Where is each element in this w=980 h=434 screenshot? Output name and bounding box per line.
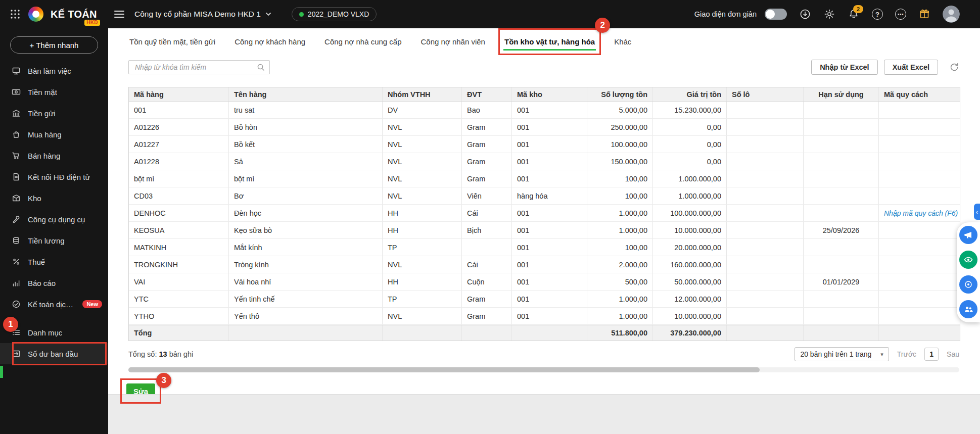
table-row[interactable]: bột mìbột mìNVLGram001100,001.000.000,00 <box>129 170 960 187</box>
column-header[interactable]: Tên hàng <box>229 87 383 101</box>
table-row[interactable]: A01228SảNVLGram001150.000,000,00 <box>129 153 960 170</box>
current-page[interactable]: 1 <box>924 348 939 361</box>
brand-badge: HKD <box>84 20 100 26</box>
cell <box>727 102 804 118</box>
cell: Bồ kết <box>229 136 383 153</box>
quick-add-button[interactable]: + Thêm nhanh <box>10 36 98 54</box>
table-row[interactable]: 001tru satDVBao0015.000,0015.230.000,00 <box>129 102 960 119</box>
toolbar: Nhập từ Excel Xuất Excel <box>128 60 959 75</box>
table-row[interactable]: DENHOCĐèn họcHHCái0011.000,00100.000.000… <box>129 205 960 222</box>
simple-ui-toggle[interactable] <box>765 9 787 20</box>
column-header[interactable]: ĐVT <box>462 87 512 101</box>
tab-cash-balance[interactable]: Tồn quỹ tiền mặt, tiền gửi <box>128 33 216 51</box>
table-footer: Tổng số: 13 bản ghi 20 bản ghi trên 1 tr… <box>128 347 959 361</box>
sidebar-item-purchasing[interactable]: Mua hàng <box>0 124 108 145</box>
support-panel-tab[interactable]: ‹ <box>974 204 980 220</box>
cell: A01227 <box>129 136 229 153</box>
cell: Gram <box>462 308 512 324</box>
cell <box>879 153 960 170</box>
column-header[interactable]: Số lượng tồn <box>587 87 653 101</box>
sidebar-item-categories[interactable]: Danh mục <box>0 322 108 343</box>
export-excel-button[interactable]: Xuất Excel <box>884 60 938 75</box>
sidebar-item-reports[interactable]: Báo cáo <box>0 272 108 294</box>
more-options-icon[interactable]: ⋯ <box>895 9 906 20</box>
hamburger-menu-icon[interactable] <box>113 8 125 20</box>
horizontal-scrollbar[interactable] <box>128 367 959 372</box>
column-header[interactable]: Mã quy cách <box>879 87 960 101</box>
scrollbar-thumb[interactable] <box>128 367 760 372</box>
target-button[interactable] <box>959 275 977 294</box>
sidebar-item-dashboard[interactable]: Bàn làm việc <box>0 60 108 81</box>
cell: Yến tinh chế <box>229 291 383 307</box>
enter-spec-code-link[interactable]: Nhập mã quy cách (F6) <box>884 209 958 217</box>
sidebar-item-cash[interactable]: Tiền mặt <box>0 81 108 103</box>
tab-customer-debt[interactable]: Công nợ khách hàng <box>234 33 306 51</box>
search-input[interactable] <box>134 63 257 72</box>
company-selector[interactable]: Công ty cổ phần MISA Demo HKD 1 <box>134 10 271 19</box>
cell: 001 <box>512 205 587 221</box>
gift-icon[interactable] <box>918 8 930 20</box>
download-icon[interactable] <box>799 8 811 20</box>
column-header[interactable]: Nhóm VTHH <box>383 87 462 101</box>
notification-count-badge: 2 <box>853 5 863 13</box>
refresh-icon[interactable] <box>949 62 959 72</box>
cell <box>727 187 804 204</box>
purchase-icon <box>11 129 21 139</box>
table-row[interactable]: MATKINHMắt kínhTP001100,0020.000.000,00 <box>129 239 960 256</box>
cell: A01228 <box>129 153 229 170</box>
sidebar-item-payroll[interactable]: Tiền lương <box>0 230 108 251</box>
cell: Đèn học <box>229 205 383 221</box>
table-row[interactable]: KEOSUAKẹo sữa bòHHBịch0011.000,0010.000.… <box>129 222 960 239</box>
table-row[interactable]: A01227Bồ kếtNVLGram001100.000,000,00 <box>129 136 960 153</box>
column-header[interactable]: Hạn sử dụng <box>804 87 879 101</box>
topbar-brand-area: KẾ TOÁNHKD <box>0 7 108 22</box>
import-excel-button[interactable]: Nhập từ Excel <box>811 60 878 75</box>
cell: hàng hóa <box>512 187 587 204</box>
cell: HH <box>383 222 462 238</box>
watch-button[interactable] <box>959 251 977 269</box>
help-icon[interactable]: ? <box>872 9 883 20</box>
table-row[interactable]: A01226Bồ hònNVLGram001250.000,000,00 <box>129 119 960 136</box>
column-header[interactable]: Mã kho <box>512 87 587 101</box>
sidebar-item-label: Mua hàng <box>28 130 62 139</box>
sidebar-item-warehouse[interactable]: Kho <box>0 187 108 209</box>
tab-supplier-debt[interactable]: Công nợ nhà cung cấp <box>323 33 402 51</box>
sidebar-item-opening-balance[interactable]: Số dư ban đầu <box>0 343 108 364</box>
sidebar-item-accounting-services[interactable]: Kế toán dịch vụNew <box>0 294 108 315</box>
cell: 1.000.000,00 <box>653 170 727 187</box>
column-header[interactable]: Giá trị tồn <box>653 87 727 101</box>
settings-gear-icon[interactable] <box>823 8 835 20</box>
next-page-button[interactable]: Sau <box>947 350 959 358</box>
table-row[interactable]: YTHOYến thôNVLGram0011.000,0010.000.000,… <box>129 308 960 325</box>
table-row[interactable]: VAIVải hoa nhíHHCuộn001500,0050.000.000,… <box>129 273 960 291</box>
search-icon[interactable] <box>257 63 265 71</box>
announcement-button[interactable] <box>959 226 977 244</box>
page-size-select[interactable]: 20 bản ghi trên 1 trang ▾ <box>795 347 889 361</box>
sidebar-item-deposits[interactable]: Tiền gửi <box>0 103 108 124</box>
user-avatar[interactable] <box>943 6 960 23</box>
notifications-bell-icon[interactable]: 2 <box>848 8 860 20</box>
tab-other[interactable]: Khác <box>613 33 632 51</box>
tab-employee-debt[interactable]: Công nợ nhân viên <box>420 33 486 51</box>
table-row[interactable]: TRONGKINHTròng kínhNVLCái0012.000,00160.… <box>129 256 960 273</box>
sidebar-item-tools-equipment[interactable]: Công cụ dụng cụ <box>0 209 108 230</box>
table-row[interactable]: CD03BơNVLViênhàng hóa100,001.000.000,00 <box>129 187 960 205</box>
cell: CD03 <box>129 187 229 204</box>
cell <box>804 205 879 221</box>
sidebar-item-tax[interactable]: Thuế <box>0 251 108 272</box>
community-button[interactable] <box>959 300 977 318</box>
tab-inventory-balance[interactable]: Tồn kho vật tư, hàng hóa <box>503 33 596 51</box>
sidebar-item-sales[interactable]: Bán hàng <box>0 145 108 166</box>
cell: 001 <box>512 136 587 153</box>
apps-grid-icon[interactable] <box>9 8 21 20</box>
column-header[interactable]: Số lô <box>727 87 804 101</box>
prev-page-button[interactable]: Trước <box>897 350 916 358</box>
column-header[interactable]: Mã hàng <box>129 87 229 101</box>
simple-ui-label: Giao diện đơn giản <box>694 10 757 18</box>
table-row[interactable]: YTCYến tinh chếTPGram0011.000,0012.000.0… <box>129 291 960 308</box>
sidebar-item-e-invoice[interactable]: Kết nối HĐ điện tử <box>0 166 108 187</box>
dashboard-icon <box>11 66 21 76</box>
workspace-badge[interactable]: 2022_DEMO VLXD <box>292 7 377 21</box>
new-badge: New <box>82 300 102 308</box>
sidebar-item-label: Tiền lương <box>28 236 65 245</box>
